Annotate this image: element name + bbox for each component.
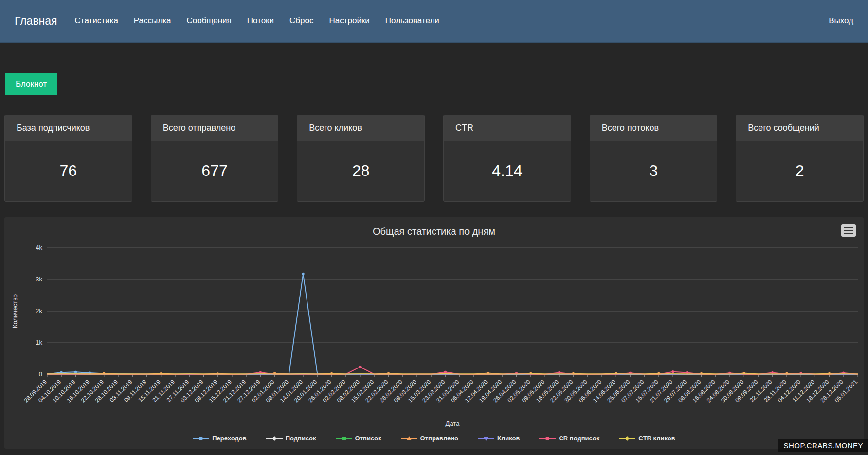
chart-legend: ПереходовПодписокОтписокОтправленоКликов… [9, 433, 859, 445]
svg-text:3k: 3k [36, 276, 42, 283]
legend-item-3[interactable]: Отправлено [401, 435, 458, 442]
nav-item-flows[interactable]: Потоки [247, 16, 274, 26]
logout-link[interactable]: Выход [829, 16, 853, 26]
legend-label: Отписок [355, 435, 381, 442]
stats-row: База подписчиков76Всего отправлено677Все… [0, 95, 868, 202]
svg-text:2k: 2k [36, 307, 42, 315]
legend-marker-triangle-icon [401, 435, 417, 442]
stat-card-title: Всего потоков [590, 115, 717, 141]
stat-card-value: 3 [590, 141, 717, 201]
legend-label: Подписок [286, 435, 316, 442]
legend-item-0[interactable]: Переходов [193, 435, 246, 442]
legend-label: Переходов [212, 435, 246, 442]
nav-item-settings[interactable]: Настройки [329, 16, 369, 26]
svg-text:4k: 4k [36, 244, 42, 251]
legend-marker-triangle-down-icon [478, 435, 494, 442]
svg-text:Дата: Дата [446, 420, 460, 427]
nav-item-statistics[interactable]: Статистика [75, 16, 118, 26]
nav-items: СтатистикаРассылкаСообщенияПотокиСбросНа… [75, 16, 439, 26]
legend-label: Отправлено [420, 435, 458, 442]
stat-card-title: Всего сообщений [736, 115, 863, 141]
svg-text:Количество: Количество [11, 294, 18, 328]
hamburger-icon [844, 233, 853, 234]
notebook-button[interactable]: Блокнот [5, 73, 57, 95]
nav-item-reset[interactable]: Сброс [289, 16, 313, 26]
brand-link[interactable]: Главная [15, 15, 57, 28]
nav-item-users[interactable]: Пользователи [385, 16, 439, 26]
stat-card-title: Всего кликов [297, 115, 424, 141]
statistics-line-chart: 01k2k3k4k28.09.201904.10.201910.10.20191… [9, 240, 868, 433]
nav-item-mailing[interactable]: Рассылка [134, 16, 171, 26]
chart-context-menu-button[interactable] [841, 224, 856, 237]
stat-card-title: База подписчиков [5, 115, 132, 141]
legend-marker-diamond-icon [619, 435, 635, 442]
stat-card-value: 28 [297, 141, 424, 201]
hamburger-icon [844, 230, 853, 231]
legend-item-2[interactable]: Отписок [336, 435, 381, 442]
stat-card-5: Всего сообщений2 [736, 115, 864, 202]
top-navbar: Главная СтатистикаРассылкаСообщенияПоток… [0, 0, 868, 43]
legend-item-5[interactable]: CR подписок [539, 435, 599, 442]
chart-panel: Общая статистика по дням 01k2k3k4k28.09.… [4, 217, 864, 449]
stat-card-4: Всего потоков3 [590, 115, 718, 202]
stat-card-title: Всего отправлено [151, 115, 278, 141]
stat-card-value: 76 [5, 141, 132, 201]
stat-card-value: 4.14 [444, 141, 571, 201]
svg-text:1k: 1k [36, 339, 42, 346]
legend-item-6[interactable]: CTR кликов [619, 435, 675, 442]
stat-card-1: Всего отправлено677 [151, 115, 279, 202]
stat-card-title: CTR [444, 115, 571, 141]
stat-card-2: Всего кликов28 [297, 115, 425, 202]
legend-label: CTR кликов [638, 435, 675, 442]
stat-card-value: 2 [736, 141, 863, 201]
svg-text:0: 0 [39, 370, 42, 378]
legend-marker-circle-icon [193, 435, 209, 442]
watermark: SHOP.CRABS.MONEY [778, 439, 868, 452]
stat-card-0: База подписчиков76 [4, 115, 132, 202]
legend-label: Кликов [497, 435, 520, 442]
toolbar: Блокнот [0, 43, 868, 95]
legend-marker-square-icon [336, 435, 352, 442]
stat-card-value: 677 [151, 141, 278, 201]
legend-marker-circle-icon [539, 435, 556, 442]
hamburger-icon [844, 227, 853, 228]
legend-item-4[interactable]: Кликов [478, 435, 520, 442]
nav-item-messages[interactable]: Сообщения [186, 16, 231, 26]
legend-item-1[interactable]: Подписок [266, 435, 316, 442]
chart-title: Общая статистика по дням [9, 226, 859, 240]
legend-label: CR подписок [559, 435, 599, 442]
stat-card-3: CTR4.14 [443, 115, 571, 202]
legend-marker-diamond-icon [266, 435, 283, 442]
